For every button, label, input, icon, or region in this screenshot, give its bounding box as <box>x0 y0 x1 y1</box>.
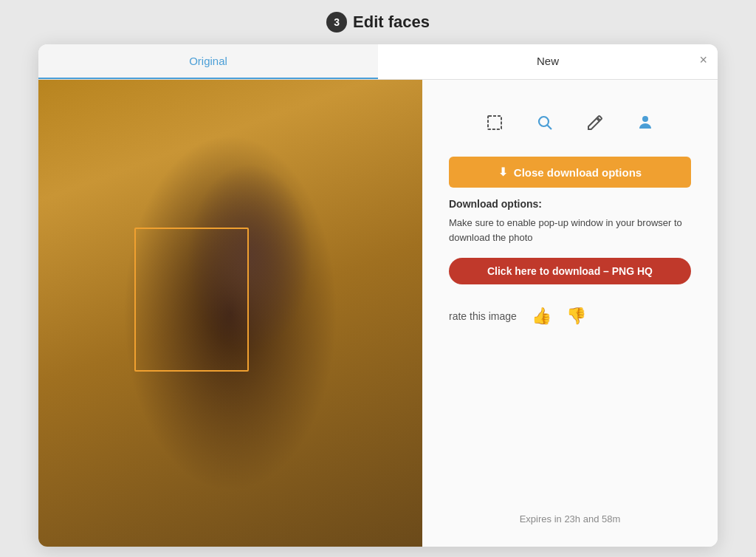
modal-close-button[interactable]: × <box>699 53 707 66</box>
main-modal: Original New × <box>38 44 718 547</box>
download-options-label: Download options: <box>449 198 691 210</box>
toolbar <box>449 109 691 136</box>
thumbs-up-button[interactable]: 👍 <box>532 307 551 326</box>
download-png-button[interactable]: Click here to download – PNG HQ <box>449 258 691 284</box>
page-header: 3 Edit faces <box>326 12 430 33</box>
rating-label: rate this image <box>449 310 517 322</box>
expiry-text: Expires in 23h and 58m <box>449 513 691 524</box>
person-tool-icon[interactable] <box>632 109 659 136</box>
face-detection-box <box>134 228 249 372</box>
edit-tool-icon[interactable] <box>582 109 608 136</box>
select-tool-icon[interactable] <box>481 109 508 136</box>
download-instructions: Make sure to enable pop-up window in you… <box>449 216 691 245</box>
tab-new[interactable]: New <box>378 44 718 79</box>
thumbs-down-button[interactable]: 👎 <box>566 307 586 326</box>
search-tool-icon[interactable] <box>532 109 558 136</box>
right-panel: ⬇ Close download options Download option… <box>422 80 718 547</box>
modal-body: ⬇ Close download options Download option… <box>38 80 718 547</box>
svg-line-2 <box>548 126 552 130</box>
image-panel <box>38 80 422 547</box>
svg-point-3 <box>642 116 648 122</box>
svg-rect-0 <box>488 116 501 129</box>
rating-section: rate this image 👍 👎 <box>449 307 691 326</box>
thumbs-down-icon: 👎 <box>566 307 586 325</box>
page-title: Edit faces <box>353 13 430 32</box>
step-badge: 3 <box>326 12 347 33</box>
download-icon: ⬇ <box>498 165 508 179</box>
svg-point-1 <box>539 117 549 126</box>
tab-original[interactable]: Original <box>38 44 378 79</box>
close-download-options-button[interactable]: ⬇ Close download options <box>449 157 691 188</box>
modal-tabs: Original New × <box>38 44 718 80</box>
thumbs-up-icon: 👍 <box>532 307 551 325</box>
